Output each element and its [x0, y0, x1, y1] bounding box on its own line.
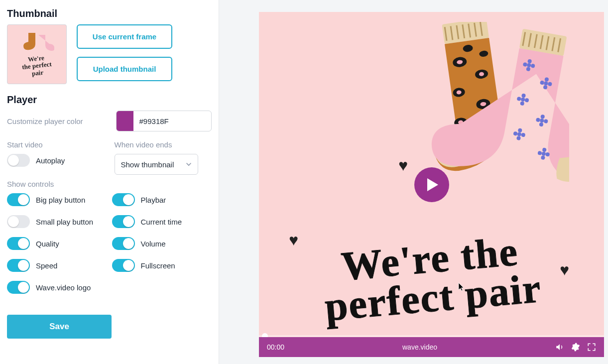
svg-point-49 [517, 132, 521, 136]
svg-point-45 [544, 119, 548, 123]
playbar-label: Playbar [141, 196, 166, 204]
thumbnail-preview-text: We're the perfect pair [7, 52, 67, 80]
svg-point-48 [540, 115, 545, 119]
svg-point-44 [540, 118, 544, 122]
current-time-label: Current time [141, 218, 182, 226]
thumbnail-section-title: Thumbnail [7, 8, 212, 19]
current-time-display: 00:00 [267, 343, 284, 351]
current-time-toggle[interactable] [112, 215, 135, 228]
player-section-title: Player [7, 94, 212, 106]
chevron-down-icon [186, 160, 192, 169]
start-video-label: Start video [7, 140, 105, 149]
player-control-bar: 00:00 wave.video [259, 337, 604, 357]
autoplay-toggle[interactable] [7, 154, 30, 167]
svg-point-54 [541, 151, 546, 156]
autoplay-toggle-label: Autoplay [36, 156, 65, 165]
player-brand-label: wave.video [402, 343, 437, 351]
volume-toggle[interactable] [112, 237, 135, 250]
when-ends-select[interactable]: Show thumbnail [115, 154, 198, 175]
big-play-toggle[interactable] [7, 193, 30, 206]
socks-icon [19, 32, 54, 57]
save-button[interactable]: Save [7, 315, 112, 339]
when-ends-label: When video ends [115, 140, 212, 149]
player-color-input[interactable] [133, 117, 211, 125]
small-play-label: Small play button [36, 218, 93, 226]
color-swatch[interactable] [117, 111, 133, 131]
svg-point-58 [542, 147, 547, 152]
svg-point-56 [537, 151, 542, 155]
svg-point-39 [520, 97, 525, 102]
video-player: ♥ ♥ ♥ We're the perfect pair 00:00 wave.… [259, 12, 604, 357]
fullscreen-label: Fullscreen [141, 261, 175, 270]
svg-point-53 [518, 128, 522, 132]
big-play-label: Big play button [36, 196, 85, 204]
upload-thumbnail-button[interactable]: Upload thumbnail [77, 57, 172, 81]
play-icon [426, 177, 439, 192]
svg-point-40 [524, 98, 529, 103]
svg-point-42 [520, 101, 524, 106]
svg-point-57 [541, 155, 545, 160]
thumbnail-preview[interactable]: We're the perfect pair [7, 24, 67, 84]
playbar-toggle[interactable] [112, 193, 135, 206]
big-play-button[interactable] [414, 167, 449, 202]
settings-sidebar: Thumbnail We're the perfect pair Use cur… [0, 0, 219, 364]
svg-point-47 [539, 122, 543, 126]
svg-point-50 [521, 132, 525, 137]
logo-label: Wave.video logo [36, 283, 91, 292]
volume-icon[interactable] [555, 343, 564, 352]
speed-label: Speed [36, 261, 57, 270]
heart-icon: ♥ [398, 156, 408, 175]
player-color-label: Customize player color [7, 117, 83, 125]
use-current-frame-button[interactable]: Use current frame [77, 24, 172, 49]
speed-toggle[interactable] [7, 259, 30, 272]
preview-area: ♥ ♥ ♥ We're the perfect pair 00:00 wave.… [219, 0, 608, 364]
video-headline: We're the perfect pair [276, 227, 587, 331]
svg-point-46 [536, 118, 540, 122]
svg-point-51 [513, 131, 517, 136]
logo-toggle[interactable] [7, 281, 30, 294]
quality-toggle[interactable] [7, 237, 30, 250]
quality-label: Quality [36, 240, 59, 248]
svg-point-43 [521, 93, 526, 98]
gear-icon[interactable] [571, 343, 580, 352]
volume-label: Volume [141, 240, 166, 248]
fullscreen-icon[interactable] [587, 343, 596, 352]
show-controls-label: Show controls [7, 180, 212, 188]
small-play-toggle[interactable] [7, 215, 30, 228]
svg-point-52 [516, 136, 521, 140]
fullscreen-toggle[interactable] [112, 259, 135, 272]
player-color-field[interactable] [116, 111, 212, 131]
cursor-icon [458, 282, 465, 293]
when-ends-value: Show thumbnail [121, 160, 174, 169]
heart-icon: ♥ [289, 231, 298, 249]
svg-point-41 [517, 97, 521, 101]
